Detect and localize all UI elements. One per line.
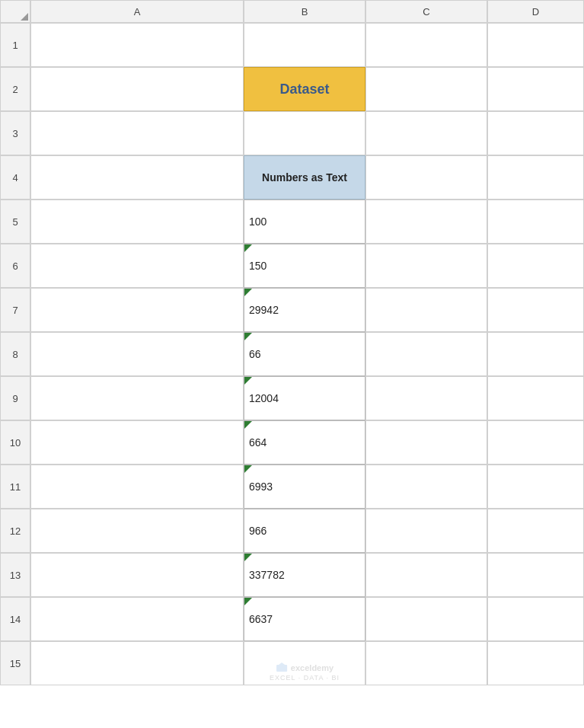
cell-d14[interactable] <box>487 597 584 641</box>
cell-c5[interactable] <box>365 200 487 244</box>
cell-d12[interactable] <box>487 509 584 553</box>
row-header-11[interactable]: 11 <box>0 465 30 509</box>
cell-a8[interactable] <box>30 332 244 376</box>
row-header-5[interactable]: 5 <box>0 200 30 244</box>
cell-c10[interactable] <box>365 420 487 465</box>
cell-a3[interactable] <box>30 111 244 155</box>
cell-d2[interactable] <box>487 67 584 111</box>
cell-d10[interactable] <box>487 420 584 465</box>
cell-d3[interactable] <box>487 111 584 155</box>
value-row8: 66 <box>249 348 261 360</box>
cell-b10[interactable]: 664 <box>244 420 365 465</box>
col-header-c[interactable]: C <box>365 0 487 23</box>
cell-b6[interactable]: 150 <box>244 244 365 288</box>
cell-d5[interactable] <box>487 200 584 244</box>
grid: A B C D 1 2 Dataset 3 4 Numbers as Text <box>0 0 584 728</box>
value-row10: 664 <box>249 436 266 449</box>
cell-d1[interactable] <box>487 23 584 67</box>
cell-b5[interactable]: 100 <box>244 200 365 244</box>
cell-c8[interactable] <box>365 332 487 376</box>
cell-a7[interactable] <box>30 288 244 332</box>
row-header-6[interactable]: 6 <box>0 244 30 288</box>
row-header-4[interactable]: 4 <box>0 155 30 200</box>
row-header-9[interactable]: 9 <box>0 376 30 420</box>
row-header-14[interactable]: 14 <box>0 597 30 641</box>
cell-d13[interactable] <box>487 553 584 597</box>
value-row5: 100 <box>249 216 266 228</box>
col-header-d[interactable]: D <box>487 0 584 23</box>
cell-b2-dataset[interactable]: Dataset <box>244 67 365 111</box>
cell-a13[interactable] <box>30 553 244 597</box>
cell-b4-header[interactable]: Numbers as Text <box>244 155 365 200</box>
row-header-12[interactable]: 12 <box>0 509 30 553</box>
cell-d7[interactable] <box>487 288 584 332</box>
numbers-as-text-header: Numbers as Text <box>262 171 347 184</box>
value-row7: 29942 <box>249 304 279 316</box>
cell-d8[interactable] <box>487 332 584 376</box>
cell-b7[interactable]: 29942 <box>244 288 365 332</box>
svg-rect-0 <box>276 665 287 672</box>
cell-a10[interactable] <box>30 420 244 465</box>
value-row9: 12004 <box>249 392 279 404</box>
corner-cell <box>0 0 30 23</box>
row-header-2[interactable]: 2 <box>0 67 30 111</box>
row-header-8[interactable]: 8 <box>0 332 30 376</box>
cell-c14[interactable] <box>365 597 487 641</box>
value-row11: 6993 <box>249 481 273 493</box>
cell-a2[interactable] <box>30 67 244 111</box>
value-row14: 6637 <box>249 613 273 625</box>
watermark: exceldemy EXCEL · DATA · BI <box>270 662 340 682</box>
cell-a6[interactable] <box>30 244 244 288</box>
cell-c6[interactable] <box>365 244 487 288</box>
value-row13: 337782 <box>249 569 285 581</box>
cell-c15[interactable] <box>365 641 487 685</box>
cell-a4[interactable] <box>30 155 244 200</box>
cell-b8[interactable]: 66 <box>244 332 365 376</box>
cell-b14[interactable]: 6637 <box>244 597 365 641</box>
cell-c9[interactable] <box>365 376 487 420</box>
value-row6: 150 <box>249 260 266 272</box>
cell-a5[interactable] <box>30 200 244 244</box>
svg-marker-1 <box>279 663 285 665</box>
row-header-3[interactable]: 3 <box>0 111 30 155</box>
value-row12: 966 <box>249 525 266 537</box>
cell-d11[interactable] <box>487 465 584 509</box>
watermark-icon: exceldemy <box>276 662 333 674</box>
col-header-a[interactable]: A <box>30 0 244 23</box>
cell-b1[interactable] <box>244 23 365 67</box>
cell-d15[interactable] <box>487 641 584 685</box>
cell-c2[interactable] <box>365 67 487 111</box>
row-header-15[interactable]: 15 <box>0 641 30 685</box>
row-header-10[interactable]: 10 <box>0 420 30 465</box>
cell-c3[interactable] <box>365 111 487 155</box>
cell-c7[interactable] <box>365 288 487 332</box>
cell-a9[interactable] <box>30 376 244 420</box>
cell-a15[interactable] <box>30 641 244 685</box>
cell-a1[interactable] <box>30 23 244 67</box>
watermark-text2: EXCEL · DATA · BI <box>270 674 340 682</box>
cell-c11[interactable] <box>365 465 487 509</box>
cell-b12[interactable]: 966 <box>244 509 365 553</box>
dataset-label: Dataset <box>279 81 329 97</box>
spreadsheet: A B C D 1 2 Dataset 3 4 Numbers as Text <box>0 0 584 728</box>
cell-a12[interactable] <box>30 509 244 553</box>
cell-d6[interactable] <box>487 244 584 288</box>
cell-b3[interactable] <box>244 111 365 155</box>
cell-a14[interactable] <box>30 597 244 641</box>
row-header-7[interactable]: 7 <box>0 288 30 332</box>
watermark-text1: exceldemy <box>291 663 333 672</box>
cell-c1[interactable] <box>365 23 487 67</box>
cell-c12[interactable] <box>365 509 487 553</box>
cell-d4[interactable] <box>487 155 584 200</box>
col-header-b[interactable]: B <box>244 0 365 23</box>
cell-d9[interactable] <box>487 376 584 420</box>
cell-c4[interactable] <box>365 155 487 200</box>
cell-b15[interactable]: exceldemy EXCEL · DATA · BI <box>244 641 365 685</box>
row-header-1[interactable]: 1 <box>0 23 30 67</box>
cell-b9[interactable]: 12004 <box>244 376 365 420</box>
cell-b13[interactable]: 337782 <box>244 553 365 597</box>
cell-b11[interactable]: 6993 <box>244 465 365 509</box>
cell-c13[interactable] <box>365 553 487 597</box>
cell-a11[interactable] <box>30 465 244 509</box>
row-header-13[interactable]: 13 <box>0 553 30 597</box>
